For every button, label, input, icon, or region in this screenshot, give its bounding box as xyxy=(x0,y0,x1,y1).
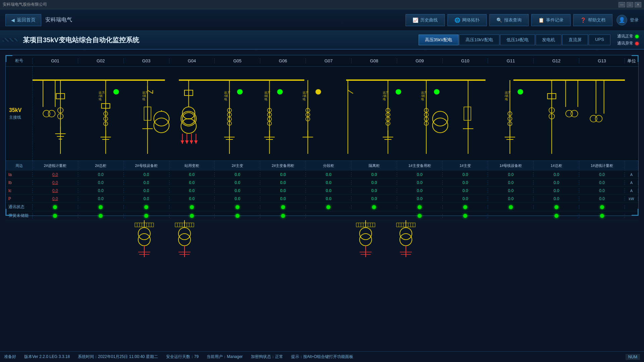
svg-marker-46 xyxy=(190,140,193,144)
cabinet-g06: 2#主变备用柜 xyxy=(260,161,306,171)
login-area[interactable]: 👤 登录 xyxy=(616,15,639,25)
help-docs-button[interactable]: ❓ 帮助文档 xyxy=(573,14,612,26)
tab-35kv[interactable]: 高压35kV配电 xyxy=(419,35,459,45)
ia-g06: 0.0 xyxy=(260,172,306,177)
spring-g06 xyxy=(260,214,306,218)
circuit-diagram: 柜号 G01 G02 G03 G04 G05 G06 G07 G08 G09 G… xyxy=(5,55,639,216)
comms-g13 xyxy=(579,205,625,209)
col-header-g09: G09 xyxy=(397,58,443,63)
svg-point-34 xyxy=(154,111,169,126)
comms-g10 xyxy=(443,205,488,209)
svg-text:地: 地 xyxy=(142,98,145,101)
num-indicator: NUM xyxy=(626,354,640,360)
ib-g12: 0.0 xyxy=(534,180,579,185)
cabinet-g09: 1#主变备用柜 xyxy=(397,161,443,171)
cabinet-g13: 1#进线计量柜 xyxy=(579,161,625,171)
comms-g05 xyxy=(215,205,260,209)
cabinet-g01: 2#进线计量柜 xyxy=(33,161,78,171)
p-g02: 0.0 xyxy=(78,196,124,201)
p-g04: 0.0 xyxy=(169,196,215,201)
ic-g02: 0.0 xyxy=(78,188,124,193)
tab-generator[interactable]: 发电机 xyxy=(536,35,561,45)
corner-decoration-br xyxy=(632,209,638,216)
svg-text:远方: 远方 xyxy=(264,91,270,94)
col-header-g03: G03 xyxy=(124,58,169,63)
ib-unit: A xyxy=(625,181,638,185)
p-g11: 0.0 xyxy=(488,196,534,201)
maximize-button[interactable]: □ xyxy=(627,2,633,7)
event-log-button[interactable]: 📋 事件记录 xyxy=(531,14,571,26)
svg-text:地: 地 xyxy=(98,98,102,101)
ib-g06: 0.0 xyxy=(260,180,306,185)
cabinet-g02: 2#总柜 xyxy=(78,161,124,171)
circuit-diagram-area: 35kV 主接线 xyxy=(6,67,638,161)
ia-g05: 0.0 xyxy=(215,172,260,177)
ib-g02: 0.0 xyxy=(78,180,124,185)
report-query-button[interactable]: 🔍 报表查询 xyxy=(489,14,529,26)
comms-abnormal-label: 通讯异常 xyxy=(617,41,633,46)
minimize-button[interactable]: — xyxy=(619,2,625,7)
svg-text:/就: /就 xyxy=(383,94,387,98)
p-g03: 0.0 xyxy=(124,196,169,201)
p-g08: 0.0 xyxy=(352,196,397,201)
main-bus-label: 主接线 xyxy=(9,115,32,120)
svg-text:远方: 远方 xyxy=(421,91,427,94)
help-docs-label: 帮助文档 xyxy=(588,17,605,23)
bus-label-column: 35kV 主接线 xyxy=(6,67,33,161)
ib-g13: 0.0 xyxy=(579,180,625,185)
ic-g09: 0.0 xyxy=(397,188,443,193)
svg-text:远方: 远方 xyxy=(505,91,511,94)
network-topology-button[interactable]: 🌐 网络拓扑 xyxy=(447,14,487,26)
ic-g11: 0.0 xyxy=(488,188,534,193)
corner-decoration-bl xyxy=(6,209,12,216)
encrypt-label: 加密狗状态：正常 xyxy=(251,354,283,360)
tab-dc-screen[interactable]: 直流屏 xyxy=(562,35,588,45)
comms-abnormal-dot xyxy=(635,42,639,45)
ic-g01: 0.0 xyxy=(33,188,78,193)
comms-g08 xyxy=(352,205,397,209)
svg-text:/就: /就 xyxy=(505,94,509,98)
tab-ups[interactable]: UPS xyxy=(589,35,610,45)
svg-text:远方: 远方 xyxy=(383,91,389,94)
ib-g05: 0.0 xyxy=(215,180,260,185)
system-title: 某项目35kV变电站综合自动化监控系统 xyxy=(23,36,139,45)
spring-g02 xyxy=(78,214,124,218)
corner-decoration-tr xyxy=(632,55,638,62)
cabinet-g07: 分段柜 xyxy=(306,161,352,171)
version-label: 版本Ver 2.2.0 LEG 3.3.18 xyxy=(24,354,70,360)
tab-group: 高压35kV配电 高压10kV配电 低压1#配电 发电机 直流屏 UPS xyxy=(419,35,610,45)
history-curve-button[interactable]: 📈 历史曲线 xyxy=(406,14,445,26)
svg-text:/就: /就 xyxy=(421,94,425,98)
subtitle-bar: 某项目35kV变电站综合自动化监控系统 高压35kV配电 高压10kV配电 低压… xyxy=(0,31,644,50)
svg-text:地: 地 xyxy=(382,98,386,101)
safe-run-days: 安全运行天数：79 xyxy=(166,354,199,360)
cabinet-g03: 2#母线设备柜 xyxy=(124,161,169,171)
svg-marker-44 xyxy=(181,140,184,144)
tab-10kv[interactable]: 高压10kV配电 xyxy=(459,35,499,45)
ia-g12: 0.0 xyxy=(534,172,579,177)
p-g12: 0.0 xyxy=(534,196,579,201)
ib-g09: 0.0 xyxy=(397,180,443,185)
home-label: 返回首页 xyxy=(17,17,36,23)
ic-g03: 0.0 xyxy=(124,188,169,193)
current-user-label: 当前用户：Manager xyxy=(207,354,243,360)
svg-text:/就: /就 xyxy=(303,94,307,98)
svg-rect-109 xyxy=(464,107,471,120)
ib-g03: 0.0 xyxy=(124,180,169,185)
window-controls[interactable]: — □ ✕ xyxy=(619,2,641,7)
home-button[interactable]: ◀ 返回首页 xyxy=(5,14,41,26)
svg-point-76 xyxy=(316,89,321,95)
svg-line-84 xyxy=(348,90,353,94)
ia-g04: 0.0 xyxy=(169,172,215,177)
comms-g04 xyxy=(169,205,215,209)
status-indicators: 通讯正常 通讯异常 xyxy=(617,34,639,46)
p-g09: 0.0 xyxy=(397,196,443,201)
ia-g01: 0.0 xyxy=(33,172,78,177)
col-header-g07: G07 xyxy=(306,58,352,63)
ic-g12: 0.0 xyxy=(534,188,579,193)
chart-icon: 📈 xyxy=(413,17,418,23)
ic-row: Ic 0.0 0.0 0.0 0.0 0.0 0.0 0.0 0.0 0.0 0… xyxy=(6,187,638,195)
circuit-svg: 远方 /就 地 远方 /就 地 xyxy=(33,67,625,161)
tab-lowvoltage[interactable]: 低压1#配电 xyxy=(500,35,535,45)
close-button[interactable]: ✕ xyxy=(635,2,641,7)
